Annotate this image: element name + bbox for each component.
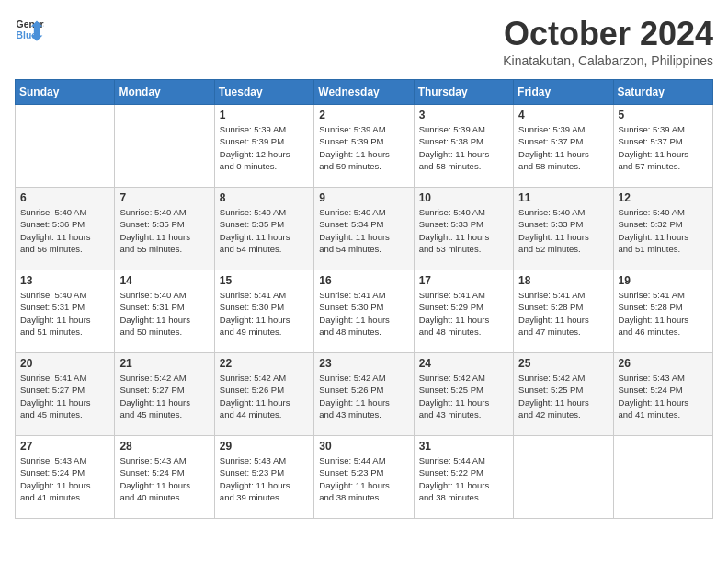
calendar-cell: 8Sunrise: 5:40 AM Sunset: 5:35 PM Daylig…	[214, 188, 313, 270]
day-number: 21	[119, 357, 209, 370]
day-number: 19	[619, 274, 708, 287]
day-info: Sunrise: 5:40 AM Sunset: 5:35 PM Dayligh…	[220, 206, 309, 255]
day-number: 8	[220, 191, 309, 204]
day-info: Sunrise: 5:40 AM Sunset: 5:31 PM Dayligh…	[119, 289, 209, 338]
day-info: Sunrise: 5:42 AM Sunset: 5:25 PM Dayligh…	[518, 372, 608, 420]
calendar-cell: 26Sunrise: 5:43 AM Sunset: 5:24 PM Dayli…	[613, 353, 712, 436]
day-number: 15	[220, 274, 309, 287]
day-number: 13	[20, 274, 109, 287]
day-number: 16	[319, 274, 408, 287]
day-info: Sunrise: 5:40 AM Sunset: 5:36 PM Dayligh…	[20, 206, 109, 255]
day-info: Sunrise: 5:43 AM Sunset: 5:24 PM Dayligh…	[119, 454, 209, 503]
day-info: Sunrise: 5:43 AM Sunset: 5:24 PM Dayligh…	[20, 454, 109, 503]
calendar-table: SundayMondayTuesdayWednesdayThursdayFrid…	[15, 79, 713, 519]
day-number: 11	[518, 191, 608, 204]
calendar-cell: 16Sunrise: 5:41 AM Sunset: 5:30 PM Dayli…	[314, 270, 414, 353]
day-info: Sunrise: 5:44 AM Sunset: 5:22 PM Dayligh…	[419, 454, 508, 503]
day-number: 22	[220, 357, 309, 370]
page-header: General Blue October 2024 Kinatakutan, C…	[15, 15, 713, 68]
calendar-cell: 25Sunrise: 5:42 AM Sunset: 5:25 PM Dayli…	[514, 353, 613, 436]
logo-icon: General Blue	[15, 15, 44, 44]
day-of-week-header: Wednesday	[314, 80, 414, 105]
day-info: Sunrise: 5:41 AM Sunset: 5:30 PM Dayligh…	[220, 289, 309, 338]
day-number: 3	[419, 109, 508, 121]
calendar-week-row: 1Sunrise: 5:39 AM Sunset: 5:39 PM Daylig…	[16, 105, 713, 188]
day-number: 25	[518, 357, 608, 370]
calendar-cell: 12Sunrise: 5:40 AM Sunset: 5:32 PM Dayli…	[613, 188, 712, 270]
day-number: 9	[319, 191, 408, 204]
day-number: 5	[619, 109, 708, 121]
day-number: 27	[20, 440, 109, 453]
day-number: 1	[220, 109, 309, 121]
day-number: 2	[319, 109, 408, 121]
calendar-cell: 31Sunrise: 5:44 AM Sunset: 5:22 PM Dayli…	[414, 436, 513, 519]
day-info: Sunrise: 5:39 AM Sunset: 5:39 PM Dayligh…	[220, 123, 309, 172]
day-number: 14	[119, 274, 209, 287]
day-number: 17	[419, 274, 508, 287]
day-info: Sunrise: 5:41 AM Sunset: 5:28 PM Dayligh…	[619, 289, 708, 338]
day-info: Sunrise: 5:40 AM Sunset: 5:35 PM Dayligh…	[119, 206, 209, 255]
calendar-header-row: SundayMondayTuesdayWednesdayThursdayFrid…	[16, 80, 713, 105]
day-info: Sunrise: 5:42 AM Sunset: 5:25 PM Dayligh…	[419, 372, 508, 420]
calendar-cell: 7Sunrise: 5:40 AM Sunset: 5:35 PM Daylig…	[115, 188, 214, 270]
day-info: Sunrise: 5:41 AM Sunset: 5:29 PM Dayligh…	[419, 289, 508, 338]
day-number: 23	[319, 357, 408, 370]
day-of-week-header: Sunday	[16, 80, 115, 105]
day-info: Sunrise: 5:43 AM Sunset: 5:24 PM Dayligh…	[619, 372, 708, 420]
day-of-week-header: Monday	[115, 80, 214, 105]
day-info: Sunrise: 5:43 AM Sunset: 5:23 PM Dayligh…	[220, 454, 309, 503]
calendar-cell: 5Sunrise: 5:39 AM Sunset: 5:37 PM Daylig…	[613, 105, 712, 188]
calendar-cell: 11Sunrise: 5:40 AM Sunset: 5:33 PM Dayli…	[514, 188, 613, 270]
day-number: 30	[319, 440, 408, 453]
calendar-cell: 22Sunrise: 5:42 AM Sunset: 5:26 PM Dayli…	[214, 353, 313, 436]
calendar-cell	[16, 105, 115, 188]
day-info: Sunrise: 5:39 AM Sunset: 5:39 PM Dayligh…	[319, 123, 408, 172]
day-info: Sunrise: 5:41 AM Sunset: 5:30 PM Dayligh…	[319, 289, 408, 338]
calendar-cell: 20Sunrise: 5:41 AM Sunset: 5:27 PM Dayli…	[16, 353, 115, 436]
day-info: Sunrise: 5:40 AM Sunset: 5:33 PM Dayligh…	[518, 206, 608, 255]
calendar-cell	[514, 436, 613, 519]
day-info: Sunrise: 5:40 AM Sunset: 5:31 PM Dayligh…	[20, 289, 109, 338]
calendar-cell: 24Sunrise: 5:42 AM Sunset: 5:25 PM Dayli…	[414, 353, 513, 436]
day-of-week-header: Friday	[514, 80, 613, 105]
day-of-week-header: Thursday	[414, 80, 513, 105]
day-number: 4	[518, 109, 608, 121]
calendar-cell: 10Sunrise: 5:40 AM Sunset: 5:33 PM Dayli…	[414, 188, 513, 270]
day-of-week-header: Saturday	[613, 80, 712, 105]
day-number: 24	[419, 357, 508, 370]
day-number: 28	[119, 440, 209, 453]
calendar-cell: 2Sunrise: 5:39 AM Sunset: 5:39 PM Daylig…	[314, 105, 414, 188]
day-info: Sunrise: 5:40 AM Sunset: 5:34 PM Dayligh…	[319, 206, 408, 255]
calendar-cell: 29Sunrise: 5:43 AM Sunset: 5:23 PM Dayli…	[214, 436, 313, 519]
month-title: October 2024	[503, 15, 713, 53]
calendar-body: 1Sunrise: 5:39 AM Sunset: 5:39 PM Daylig…	[16, 105, 713, 519]
calendar-week-row: 20Sunrise: 5:41 AM Sunset: 5:27 PM Dayli…	[16, 353, 713, 436]
calendar-cell: 23Sunrise: 5:42 AM Sunset: 5:26 PM Dayli…	[314, 353, 414, 436]
location: Kinatakutan, Calabarzon, Philippines	[503, 53, 713, 68]
calendar-week-row: 13Sunrise: 5:40 AM Sunset: 5:31 PM Dayli…	[16, 270, 713, 353]
calendar-week-row: 27Sunrise: 5:43 AM Sunset: 5:24 PM Dayli…	[16, 436, 713, 519]
calendar-cell	[115, 105, 214, 188]
day-info: Sunrise: 5:42 AM Sunset: 5:26 PM Dayligh…	[220, 372, 309, 420]
day-number: 26	[619, 357, 708, 370]
calendar-cell: 17Sunrise: 5:41 AM Sunset: 5:29 PM Dayli…	[414, 270, 513, 353]
day-number: 29	[220, 440, 309, 453]
calendar-cell: 13Sunrise: 5:40 AM Sunset: 5:31 PM Dayli…	[16, 270, 115, 353]
day-info: Sunrise: 5:44 AM Sunset: 5:23 PM Dayligh…	[319, 454, 408, 503]
calendar-cell: 3Sunrise: 5:39 AM Sunset: 5:38 PM Daylig…	[414, 105, 513, 188]
calendar-cell: 4Sunrise: 5:39 AM Sunset: 5:37 PM Daylig…	[514, 105, 613, 188]
day-info: Sunrise: 5:40 AM Sunset: 5:33 PM Dayligh…	[419, 206, 508, 255]
calendar-cell: 21Sunrise: 5:42 AM Sunset: 5:27 PM Dayli…	[115, 353, 214, 436]
day-number: 20	[20, 357, 109, 370]
day-number: 6	[20, 191, 109, 204]
day-number: 18	[518, 274, 608, 287]
day-number: 10	[419, 191, 508, 204]
day-number: 12	[619, 191, 708, 204]
day-info: Sunrise: 5:39 AM Sunset: 5:37 PM Dayligh…	[518, 123, 608, 172]
day-info: Sunrise: 5:42 AM Sunset: 5:27 PM Dayligh…	[119, 372, 209, 420]
calendar-cell: 30Sunrise: 5:44 AM Sunset: 5:23 PM Dayli…	[314, 436, 414, 519]
day-info: Sunrise: 5:39 AM Sunset: 5:37 PM Dayligh…	[619, 123, 708, 172]
day-info: Sunrise: 5:41 AM Sunset: 5:28 PM Dayligh…	[518, 289, 608, 338]
title-block: October 2024 Kinatakutan, Calabarzon, Ph…	[503, 15, 713, 68]
calendar-cell: 19Sunrise: 5:41 AM Sunset: 5:28 PM Dayli…	[613, 270, 712, 353]
